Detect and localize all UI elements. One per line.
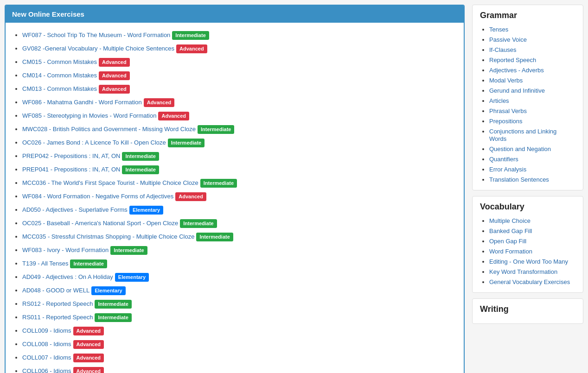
list-item: CM013 - Common MistakesAdvanced [22,82,458,95]
exercise-link[interactable]: CM015 - Common Mistakes [22,58,97,65]
list-item: CM015 - Common MistakesAdvanced [22,55,458,69]
list-item: GV082 -General Vocabulary - Multiple Cho… [22,42,458,55]
list-item: RS012 - Reported SpeechIntermediate [22,297,458,310]
exercise-link[interactable]: COLL007 - Idioms [22,354,71,361]
list-item: COLL009 - IdiomsAdvanced [22,324,458,337]
list-item: WF087 - School Trip To The Museum - Word… [22,28,458,42]
exercise-link[interactable]: PREP042 - Prepositions : IN, AT, ON [22,152,120,159]
level-badge: Advanced [175,192,206,201]
writing-section: Writing [472,298,583,324]
level-badge: Intermediate [110,246,147,255]
level-badge: Elementary [115,273,149,282]
list-item: MCC035 - Stressful Christmas Shopping - … [22,230,458,243]
list-item: PREP041 - Prepositions : IN, AT, ONInter… [22,163,458,176]
list-item: PREP042 - Prepositions : IN, AT, ONInter… [22,149,458,163]
sidebar-vocabulary-link[interactable]: Open Gap Fill [489,238,526,245]
level-badge: Advanced [176,44,207,53]
level-badge: Advanced [73,327,104,335]
level-badge: Advanced [73,340,104,349]
sidebar-grammar-link[interactable]: Reported Speech [489,57,536,63]
exercise-link[interactable]: WF085 - Stereotyping in Movies - Word Fo… [22,112,156,119]
level-badge: Advanced [99,85,130,94]
exercise-link[interactable]: MCC035 - Stressful Christmas Shopping - … [22,233,194,240]
list-item: Passive Voice [489,34,575,44]
sidebar-grammar-link[interactable]: Gerund and Infinitive [489,87,545,94]
sidebar-grammar-link[interactable]: Error Analysis [489,166,526,173]
grammar-title: Grammar [480,11,575,20]
list-item: MWC028 - British Politics and Government… [22,122,458,136]
exercise-link[interactable]: GV082 -General Vocabulary - Multiple Cho… [22,45,174,52]
level-badge: Intermediate [122,165,159,174]
exercise-link[interactable]: AD048 - GOOD or WELL [22,287,89,294]
exercise-link[interactable]: WF087 - School Trip To The Museum - Word… [22,32,170,38]
list-item: Prepositions [489,116,575,126]
sidebar-grammar-link[interactable]: Articles [489,97,509,104]
list-item: MCC036 - The World's First Space Tourist… [22,176,458,190]
sidebar-grammar-link[interactable]: Conjunctions and Linking Words [489,128,556,142]
exercise-link[interactable]: RS012 - Reported Speech [22,300,93,307]
list-item: COLL007 - IdiomsAdvanced [22,351,458,364]
sidebar-grammar-link[interactable]: Tenses [489,26,508,33]
sidebar-vocabulary-link[interactable]: Editing - One Word Too Many [489,258,568,265]
list-item: Reported Speech [489,55,575,65]
exercise-link[interactable]: T139 - All Tenses [22,260,68,267]
exercise-link[interactable]: MCC036 - The World's First Space Tourist… [22,179,198,186]
list-item: WF085 - Stereotyping in Movies - Word Fo… [22,109,458,122]
sidebar-grammar-link[interactable]: If-Clauses [489,46,517,53]
list-item: Key Word Transformation [489,266,575,277]
sidebar-grammar-link[interactable]: Phrasal Verbs [489,107,527,114]
exercise-link[interactable]: PREP041 - Prepositions : IN, AT, ON [22,166,120,173]
sidebar-vocabulary-link[interactable]: Key Word Transformation [489,268,557,275]
list-item: Editing - One Word Too Many [489,256,575,266]
sidebar-grammar-link[interactable]: Quantifiers [489,156,518,163]
sidebar-grammar-link[interactable]: Passive Voice [489,36,527,43]
sidebar-vocabulary-link[interactable]: Banked Gap Fill [489,228,532,234]
exercise-link[interactable]: AD050 - Adjectives - Superlative Forms [22,206,128,213]
level-badge: Intermediate [70,259,107,268]
sidebar-grammar-link[interactable]: Translation Sentences [489,176,549,183]
vocabulary-title: Vocabulary [480,202,575,212]
vocabulary-list: Multiple ChoiceBanked Gap FillOpen Gap F… [480,215,575,287]
list-item: OC025 - Baseball - America's National Sp… [22,216,458,230]
exercise-link[interactable]: CM013 - Common Mistakes [22,85,97,92]
exercise-link[interactable]: WF086 - Mahatma Gandhi - Word Formation [22,99,142,106]
level-badge: Intermediate [196,233,233,241]
level-badge: Intermediate [180,219,217,228]
list-item: OC026 - James Bond : A Licence To Kill -… [22,136,458,149]
list-item: Tenses [489,24,575,34]
list-item: T139 - All TensesIntermediate [22,257,458,270]
exercise-link[interactable]: WF083 - Ivory - Word Formation [22,247,109,253]
exercise-link[interactable]: WF084 - Word Formation - Negative Forms … [22,193,173,200]
sidebar-vocabulary-link[interactable]: General Vocabulary Exercises [489,278,570,285]
list-item: Open Gap Fill [489,236,575,246]
list-item: Modal Verbs [489,75,575,85]
exercise-link[interactable]: COLL006 - Idioms [22,367,71,373]
list-item: AD050 - Adjectives - Superlative FormsEl… [22,203,458,216]
exercise-link[interactable]: MWC028 - British Politics and Government… [22,126,196,133]
list-item: Multiple Choice [489,215,575,226]
sidebar-grammar-link[interactable]: Question and Negation [489,145,551,152]
sidebar-grammar-link[interactable]: Adjectives - Adverbs [489,67,544,74]
exercise-link[interactable]: AD049 - Adjectives : On A Holiday [22,273,113,280]
list-item: COLL008 - IdiomsAdvanced [22,337,458,351]
sidebar-vocabulary-link[interactable]: Multiple Choice [489,217,530,224]
list-item: Error Analysis [489,164,575,174]
grammar-section: Grammar TensesPassive VoiceIf-ClausesRep… [472,5,583,190]
exercise-link[interactable]: OC026 - James Bond : A Licence To Kill -… [22,139,166,146]
sidebar-vocabulary-link[interactable]: Word Formation [489,248,532,255]
sidebar-grammar-link[interactable]: Modal Verbs [489,77,523,84]
level-badge: Advanced [99,71,130,80]
list-item: Banked Gap Fill [489,226,575,236]
exercise-link[interactable]: CM014 - Common Mistakes [22,72,97,79]
exercise-link[interactable]: RS011 - Reported Speech [22,314,93,321]
exercise-link[interactable]: COLL008 - Idioms [22,341,71,348]
list-item: RS011 - Reported SpeechIntermediate [22,310,458,324]
level-badge: Elementary [91,286,125,295]
list-item: WF084 - Word Formation - Negative Forms … [22,190,458,203]
exercise-link[interactable]: COLL009 - Idioms [22,327,71,334]
exercise-link[interactable]: OC025 - Baseball - America's National Sp… [22,220,178,227]
sidebar-grammar-link[interactable]: Prepositions [489,118,523,125]
list-item: Adjectives - Adverbs [489,65,575,75]
list-item: CM014 - Common MistakesAdvanced [22,69,458,82]
list-item: WF086 - Mahatma Gandhi - Word FormationA… [22,95,458,109]
